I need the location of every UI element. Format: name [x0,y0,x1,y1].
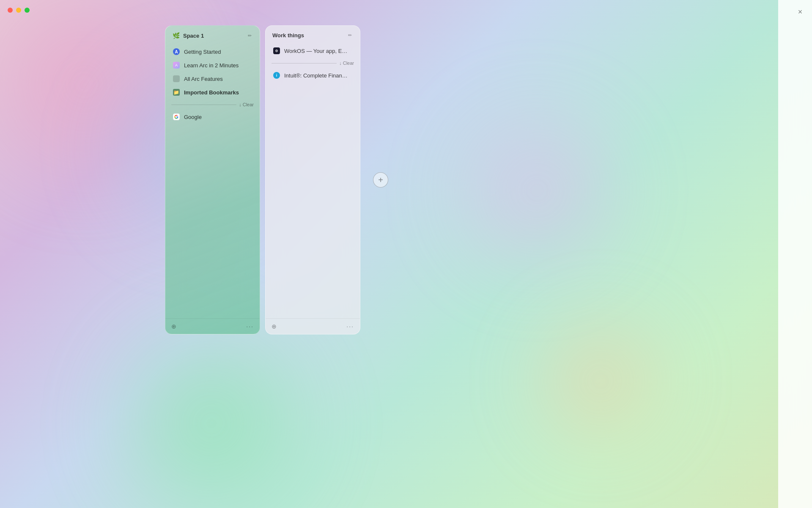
folder-item-imported-bookmarks[interactable]: 📁 Imported Bookmarks [170,86,255,99]
space2-title-row: Work things [272,32,304,39]
space2-header: Work things ✏ [266,26,360,43]
space1-panel: 🌿 Space 1 ✏ A Getting Started A Learn Ar… [165,25,260,334]
space1-pinned-list: Google [165,109,260,125]
divider-line [171,105,236,105]
add-space-icon: + [378,175,383,185]
svg-point-2 [276,50,277,51]
tab-item[interactable]: A Learn Arc in 2 Minutes [170,59,255,72]
tab-label-workos: WorkOS — Your app, Ente... [284,48,348,54]
tab-item-google[interactable]: Google [170,110,255,123]
tab-label-learn-arc: Learn Arc in 2 Minutes [184,62,239,69]
window-close-button[interactable]: × [794,6,806,18]
space2-title: Work things [272,32,304,39]
folder-label-imported-bookmarks: Imported Bookmarks [184,89,239,96]
divider-line-2 [272,63,337,64]
space2-move-icon[interactable]: ⊕ [272,323,277,330]
space1-footer: ⊕ ··· [165,318,260,334]
tab-label-google: Google [184,114,202,120]
space2-edit-icon[interactable]: ✏ [346,32,353,39]
minimize-traffic-light[interactable] [16,8,21,13]
space2-pinned-list: i Intuit®: Complete Financi... [266,67,360,83]
tab-item-workos[interactable]: WorkOS — Your app, Ente... [270,44,356,57]
tab-label-all-arc: All Arc Features [184,76,223,82]
space2-footer: ⊕ ··· [266,318,360,334]
tab-favicon-workos [273,47,280,54]
space1-title: Space 1 [183,33,204,39]
main-content: 🌿 Space 1 ✏ A Getting Started A Learn Ar… [165,25,360,334]
tab-item-intuit[interactable]: i Intuit®: Complete Financi... [270,69,356,82]
space1-edit-icon[interactable]: ✏ [246,32,253,39]
space2-more-icon[interactable]: ··· [346,323,354,330]
space2-panel: Work things ✏ WorkOS — Your app, Ente... [265,25,360,334]
space1-clear-label[interactable]: ↓ Clear [239,102,254,107]
tab-label-intuit: Intuit®: Complete Financi... [284,72,348,79]
tab-item[interactable]: All Arc Features [170,72,255,85]
traffic-lights [8,8,30,13]
space1-move-icon[interactable]: ⊕ [171,323,176,330]
tab-favicon-intuit: i [273,72,280,79]
close-traffic-light[interactable] [8,8,13,13]
right-panel [778,0,812,508]
maximize-traffic-light[interactable] [25,8,30,13]
space2-clear-label[interactable]: ↓ Clear [339,61,354,66]
tab-label-getting-started: Getting Started [184,49,221,55]
tab-item[interactable]: A Getting Started [170,45,255,58]
tab-favicon-all-arc [173,75,180,82]
space2-tab-list: WorkOS — Your app, Ente... [266,43,360,59]
space2-divider-clear[interactable]: ↓ Clear [266,59,360,67]
space1-title-row: 🌿 Space 1 [172,32,204,39]
space1-divider-clear[interactable]: ↓ Clear [165,100,260,109]
space1-header: 🌿 Space 1 ✏ [165,26,260,44]
tab-favicon-learn-arc: A [173,62,180,69]
space1-tab-list: A Getting Started A Learn Arc in 2 Minut… [165,44,260,100]
add-space-button[interactable]: + [373,172,388,188]
tab-favicon-google [173,113,180,120]
tab-favicon-getting-started: A [173,48,180,55]
space1-more-icon[interactable]: ··· [246,323,254,330]
folder-icon: 📁 [173,89,180,96]
space1-icon: 🌿 [172,32,180,39]
